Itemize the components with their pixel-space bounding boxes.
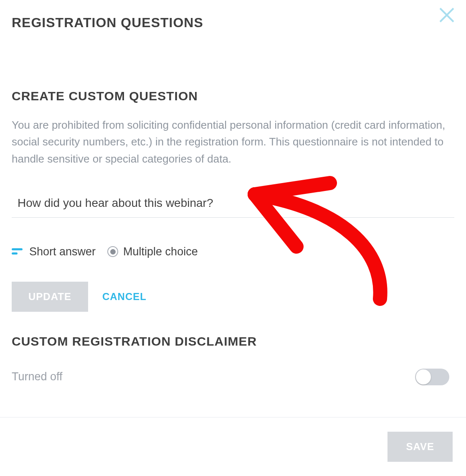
radio-icon: [107, 246, 118, 257]
modal-title: REGISTRATION QUESTIONS: [12, 15, 454, 31]
disclaimer-status-label: Turned off: [12, 370, 63, 383]
close-button[interactable]: [435, 4, 458, 28]
disclaimer-row: Turned off: [12, 369, 454, 385]
registration-questions-modal: REGISTRATION QUESTIONS CREATE CUSTOM QUE…: [0, 0, 466, 476]
answer-type-short-label: Short answer: [29, 245, 96, 258]
answer-type-short[interactable]: Short answer: [12, 245, 96, 258]
update-button[interactable]: UPDATE: [12, 282, 88, 312]
close-icon: [438, 7, 455, 25]
cancel-button[interactable]: CANCEL: [102, 282, 147, 312]
answer-type-multiple-label: Multiple choice: [123, 245, 198, 258]
disclaimer-heading: CUSTOM REGISTRATION DISCLAIMER: [12, 334, 454, 349]
save-button[interactable]: SAVE: [387, 432, 453, 462]
answer-type-multiple[interactable]: Multiple choice: [107, 245, 198, 258]
create-question-buttons: UPDATE CANCEL: [12, 282, 454, 312]
create-question-heading: CREATE CUSTOM QUESTION: [12, 89, 454, 103]
short-answer-icon: [12, 247, 24, 256]
create-question-description: You are prohibited from soliciting confi…: [12, 117, 454, 167]
toggle-knob: [416, 369, 431, 384]
answer-type-row: Short answer Multiple choice: [12, 245, 454, 258]
modal-footer: SAVE: [0, 417, 466, 476]
custom-question-input[interactable]: [12, 192, 454, 218]
disclaimer-toggle[interactable]: [415, 369, 449, 385]
